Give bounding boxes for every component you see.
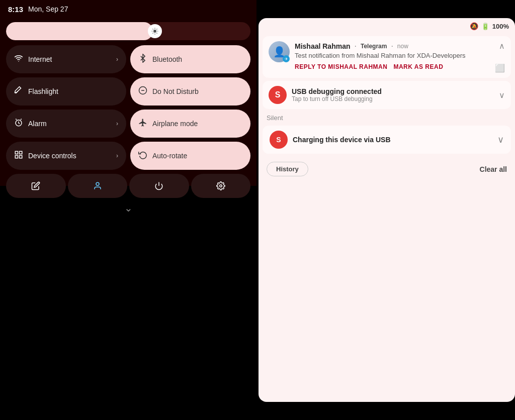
brightness-row — [6, 22, 250, 40]
notif-body: Test notification from Mishaal Rahman fo… — [295, 52, 505, 59]
tile-airplane-label: Airplane mode — [152, 120, 198, 128]
mute-icon: 🔕 — [470, 22, 478, 30]
usb-expand-icon[interactable]: ∨ — [499, 90, 505, 100]
tile-flashlight[interactable]: Flashlight — [6, 77, 126, 106]
device-arrow-icon: › — [116, 152, 118, 159]
settings-button[interactable] — [191, 174, 251, 198]
tile-alarm-label: Alarm — [28, 120, 47, 128]
tile-auto-rotate[interactable]: Auto-rotate — [130, 142, 250, 170]
notifications-panel: 🔕 🔋 100% 👤 ✈ Mishaal Rahman · Telegram ·… — [259, 18, 515, 402]
charging-notification[interactable]: S Charging this device via USB ∨ — [263, 126, 511, 154]
alarm-icon — [14, 118, 23, 130]
clear-all-button[interactable]: Clear all — [480, 165, 507, 173]
battery-icon: 🔋 — [481, 23, 489, 30]
tile-airplane[interactable]: Airplane mode — [130, 110, 250, 138]
collapse-icon[interactable]: ∧ — [499, 41, 505, 51]
action-bar — [6, 174, 250, 198]
svg-rect-17 — [20, 151, 22, 154]
tiles-grid: Internet › Bluetooth Flashlight — [6, 45, 250, 170]
notif-time: now — [397, 43, 408, 50]
svg-line-7 — [156, 29, 157, 29]
expand-notif-icon[interactable]: ⬜ — [495, 63, 505, 73]
telegram-notification[interactable]: 👤 ✈ Mishaal Rahman · Telegram · now ∧ Te… — [263, 36, 511, 78]
charging-expand-icon[interactable]: ∨ — [497, 134, 504, 145]
charging-icon: S — [270, 131, 288, 149]
notif-actions: REPLY TO MISHAAL RAHMAN MARK AS READ ⬜ — [295, 63, 505, 73]
tile-dnd-label: Do Not Disturb — [152, 87, 199, 95]
auto-rotate-icon — [138, 150, 147, 162]
tile-dnd[interactable]: Do Not Disturb — [130, 77, 250, 106]
notif-sender: Mishaal Rahman — [295, 42, 350, 50]
svg-line-14 — [16, 119, 17, 120]
notif-header: 👤 ✈ Mishaal Rahman · Telegram · now ∧ Te… — [269, 41, 505, 73]
status-bar-left: 8:13 Mon, Sep 27 — [0, 0, 256, 18]
flashlight-icon — [14, 86, 23, 97]
notif-status-bar: 🔕 🔋 100% — [259, 18, 515, 32]
user-button[interactable] — [68, 174, 128, 198]
tile-alarm[interactable]: Alarm › — [6, 110, 126, 138]
battery-percent: 100% — [492, 23, 509, 30]
date-display: Mon, Sep 27 — [28, 5, 68, 13]
edit-button[interactable] — [6, 174, 66, 198]
alarm-arrow-icon: › — [116, 120, 118, 127]
notif-title-row: Mishaal Rahman · Telegram · now ∧ — [295, 41, 505, 51]
mark-read-button[interactable]: MARK AS READ — [393, 63, 443, 73]
notif-content: Mishaal Rahman · Telegram · now ∧ Test n… — [295, 41, 505, 73]
time-display: 8:13 — [8, 5, 23, 14]
power-button[interactable] — [129, 174, 189, 198]
svg-point-0 — [153, 30, 156, 33]
charging-title: Charging this device via USB — [293, 136, 391, 144]
usb-debug-notification[interactable]: S USB debugging connected Tap to turn of… — [263, 81, 511, 109]
history-button[interactable]: History — [267, 162, 308, 176]
svg-point-9 — [18, 61, 19, 62]
brightness-thumb[interactable] — [148, 24, 162, 38]
airplane-icon — [138, 118, 147, 130]
device-controls-icon — [14, 150, 23, 162]
brightness-slider[interactable] — [6, 22, 250, 40]
svg-line-6 — [156, 33, 157, 33]
bottom-row: History Clear all — [259, 156, 515, 182]
quick-settings-panel: Internet › Bluetooth Flashlight — [0, 0, 256, 186]
tile-bluetooth-label: Bluetooth — [152, 55, 182, 63]
tile-internet-label: Internet — [28, 55, 52, 63]
expand-row: ⌄ — [6, 202, 250, 214]
bluetooth-icon — [138, 54, 147, 65]
usb-debug-content: USB debugging connected Tap to turn off … — [292, 87, 494, 102]
notif-app: Telegram — [361, 43, 387, 50]
reply-button[interactable]: REPLY TO MISHAAL RAHMAN — [295, 63, 387, 73]
wifi-icon — [14, 54, 23, 65]
silent-label: Silent — [259, 109, 515, 124]
dnd-icon — [138, 86, 147, 97]
usb-debug-title: USB debugging connected — [292, 87, 494, 95]
usb-debug-subtitle: Tap to turn off USB debugging — [292, 95, 494, 102]
tile-internet[interactable]: Internet › — [6, 45, 126, 73]
svg-point-22 — [220, 185, 222, 187]
usb-debug-icon: S — [269, 86, 287, 104]
internet-arrow-icon: › — [116, 56, 118, 63]
svg-point-20 — [96, 182, 99, 185]
svg-rect-19 — [15, 155, 18, 158]
svg-rect-16 — [15, 151, 18, 154]
tile-flashlight-label: Flashlight — [28, 87, 58, 95]
tile-device-controls[interactable]: Device controls › — [6, 142, 126, 170]
tile-auto-rotate-label: Auto-rotate — [152, 152, 187, 160]
tile-bluetooth[interactable]: Bluetooth — [130, 45, 250, 73]
svg-line-15 — [21, 119, 22, 120]
tile-device-label: Device controls — [28, 152, 76, 160]
svg-line-5 — [152, 29, 153, 29]
svg-rect-18 — [20, 155, 22, 158]
svg-line-8 — [152, 33, 153, 33]
telegram-badge: ✈ — [283, 55, 290, 62]
expand-icon[interactable]: ⌄ — [124, 202, 133, 214]
avatar: 👤 ✈ — [269, 41, 290, 62]
